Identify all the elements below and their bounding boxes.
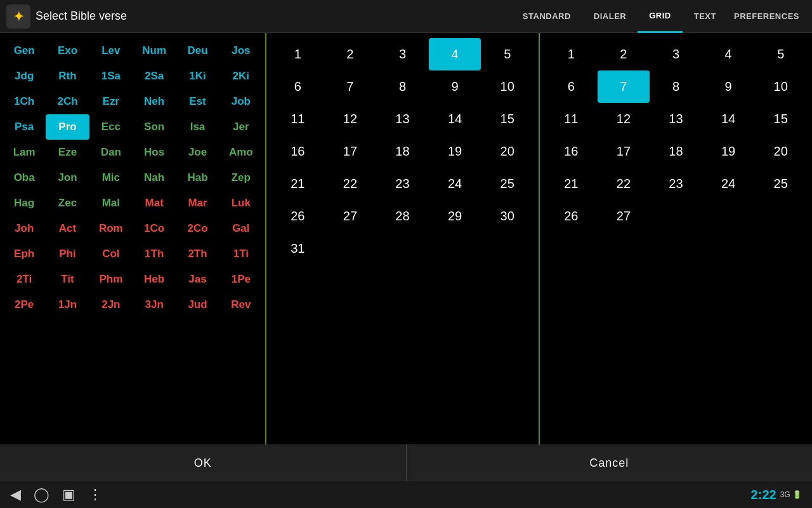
book-2ti[interactable]: 2Ti <box>3 267 46 292</box>
verse-14[interactable]: 14 <box>702 103 755 135</box>
chapter-21[interactable]: 21 <box>272 168 324 200</box>
tab-dialer[interactable]: DIALER <box>582 0 638 33</box>
book-jos[interactable]: Jos <box>219 38 263 64</box>
book-zep[interactable]: Zep <box>219 165 263 190</box>
chapter-5[interactable]: 5 <box>481 38 534 70</box>
book-est[interactable]: Est <box>176 89 219 114</box>
verse-4[interactable]: 4 <box>702 38 755 70</box>
recents-icon[interactable]: ▣ <box>62 486 75 503</box>
verse-27[interactable]: 27 <box>598 200 650 232</box>
chapter-1[interactable]: 1 <box>272 38 324 70</box>
book-1ki[interactable]: 1Ki <box>176 64 219 89</box>
verse-21[interactable]: 21 <box>545 168 598 200</box>
book-eph[interactable]: Eph <box>3 241 46 267</box>
verse-5[interactable]: 5 <box>754 38 807 70</box>
chapter-7[interactable]: 7 <box>324 70 377 103</box>
chapter-2[interactable]: 2 <box>324 38 377 70</box>
book-3jn[interactable]: 3Jn <box>133 292 176 318</box>
book-num[interactable]: Num <box>133 38 176 64</box>
verse-8[interactable]: 8 <box>650 70 702 103</box>
book-gal[interactable]: Gal <box>219 216 263 241</box>
tab-grid[interactable]: GRID <box>638 0 683 33</box>
book-1ti[interactable]: 1Ti <box>219 241 263 267</box>
book-2co[interactable]: 2Co <box>176 216 219 241</box>
book-joh[interactable]: Joh <box>3 216 46 241</box>
verse-6[interactable]: 6 <box>545 70 598 103</box>
book-amo[interactable]: Amo <box>219 140 263 165</box>
home-icon[interactable]: ◯ <box>34 486 49 503</box>
verse-23[interactable]: 23 <box>650 168 702 200</box>
book-mic[interactable]: Mic <box>89 165 133 190</box>
book-zec[interactable]: Zec <box>46 190 89 216</box>
book-rom[interactable]: Rom <box>89 216 133 241</box>
chapter-30[interactable]: 30 <box>481 200 534 232</box>
verse-26[interactable]: 26 <box>545 200 598 232</box>
book-tit[interactable]: Tit <box>46 267 89 292</box>
chapter-3[interactable]: 3 <box>376 38 429 70</box>
chapter-26[interactable]: 26 <box>272 200 324 232</box>
chapter-22[interactable]: 22 <box>324 168 377 200</box>
book-act[interactable]: Act <box>46 216 89 241</box>
chapter-20[interactable]: 20 <box>481 135 534 168</box>
book-phi[interactable]: Phi <box>46 241 89 267</box>
book-son[interactable]: Son <box>133 114 176 140</box>
book-hag[interactable]: Hag <box>3 190 46 216</box>
chapter-31[interactable]: 31 <box>272 232 324 265</box>
verse-25[interactable]: 25 <box>754 168 807 200</box>
book-1pe[interactable]: 1Pe <box>219 267 263 292</box>
chapter-29[interactable]: 29 <box>429 200 481 232</box>
book-mat[interactable]: Mat <box>133 190 176 216</box>
chapter-8[interactable]: 8 <box>376 70 429 103</box>
book-dan[interactable]: Dan <box>89 140 133 165</box>
book-mal[interactable]: Mal <box>89 190 133 216</box>
book-1th[interactable]: 1Th <box>133 241 176 267</box>
verse-10[interactable]: 10 <box>754 70 807 103</box>
ok-button[interactable]: OK <box>0 445 407 481</box>
book-neh[interactable]: Neh <box>133 89 176 114</box>
preferences-button[interactable]: PREFERENCES <box>728 11 806 21</box>
book-hos[interactable]: Hos <box>133 140 176 165</box>
tab-text[interactable]: TEXT <box>683 0 728 33</box>
book-heb[interactable]: Heb <box>133 267 176 292</box>
chapter-24[interactable]: 24 <box>429 168 481 200</box>
book-2ki[interactable]: 2Ki <box>219 64 263 89</box>
verse-2[interactable]: 2 <box>598 38 650 70</box>
tab-standard[interactable]: STANDARD <box>511 0 582 33</box>
book-phm[interactable]: Phm <box>89 267 133 292</box>
chapter-16[interactable]: 16 <box>272 135 324 168</box>
verse-7[interactable]: 7 <box>598 70 650 103</box>
chapter-25[interactable]: 25 <box>481 168 534 200</box>
verse-19[interactable]: 19 <box>702 135 755 168</box>
chapter-28[interactable]: 28 <box>376 200 429 232</box>
book-1co[interactable]: 1Co <box>133 216 176 241</box>
book-deu[interactable]: Deu <box>176 38 219 64</box>
chapter-6[interactable]: 6 <box>272 70 324 103</box>
verse-22[interactable]: 22 <box>598 168 650 200</box>
chapter-18[interactable]: 18 <box>376 135 429 168</box>
chapter-4[interactable]: 4 <box>429 38 481 70</box>
verse-12[interactable]: 12 <box>598 103 650 135</box>
book-psa[interactable]: Psa <box>3 114 46 140</box>
chapter-10[interactable]: 10 <box>481 70 534 103</box>
verse-11[interactable]: 11 <box>545 103 598 135</box>
book-exo[interactable]: Exo <box>46 38 89 64</box>
book-jer[interactable]: Jer <box>219 114 263 140</box>
verse-17[interactable]: 17 <box>598 135 650 168</box>
book-rev[interactable]: Rev <box>219 292 263 318</box>
book-ecc[interactable]: Ecc <box>89 114 133 140</box>
verse-1[interactable]: 1 <box>545 38 598 70</box>
book-rth[interactable]: Rth <box>46 64 89 89</box>
book-joe[interactable]: Joe <box>176 140 219 165</box>
book-1ch[interactable]: 1Ch <box>3 89 46 114</box>
verse-15[interactable]: 15 <box>754 103 807 135</box>
chapter-15[interactable]: 15 <box>481 103 534 135</box>
chapter-17[interactable]: 17 <box>324 135 377 168</box>
book-ezr[interactable]: Ezr <box>89 89 133 114</box>
chapter-19[interactable]: 19 <box>429 135 481 168</box>
book-jud[interactable]: Jud <box>176 292 219 318</box>
book-luk[interactable]: Luk <box>219 190 263 216</box>
menu-icon[interactable]: ⋮ <box>88 486 102 503</box>
chapter-12[interactable]: 12 <box>324 103 377 135</box>
chapter-23[interactable]: 23 <box>376 168 429 200</box>
book-1sa[interactable]: 1Sa <box>89 64 133 89</box>
